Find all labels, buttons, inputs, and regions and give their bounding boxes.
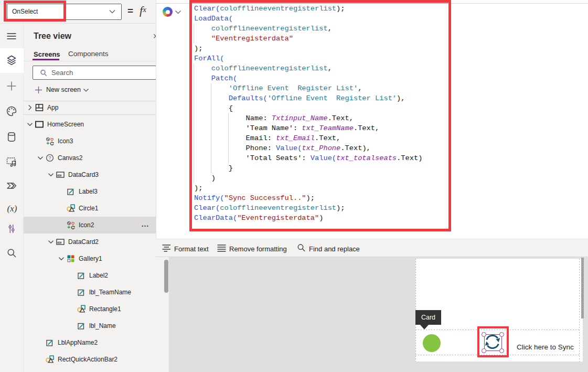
svg-text:?: ? <box>48 155 51 161</box>
